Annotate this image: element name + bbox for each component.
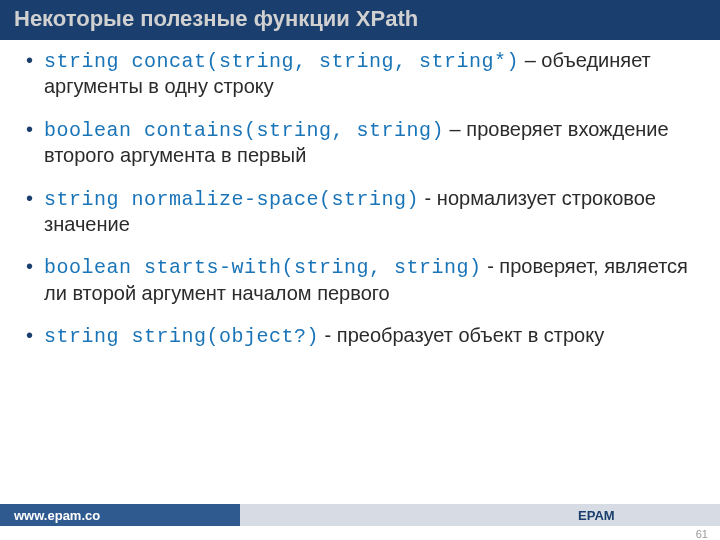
separator: - [482, 255, 500, 277]
bullet-list: string concat(string, string, string*) –… [22, 48, 698, 350]
code-signature: boolean contains(string, string) [44, 119, 444, 142]
slide-title: Некоторые полезные функции XPath [14, 6, 418, 32]
page-number: 61 [696, 528, 708, 540]
separator: - [419, 187, 437, 209]
content-area: string concat(string, string, string*) –… [0, 40, 720, 350]
separator: – [444, 118, 466, 140]
description: преобразует объект в строку [337, 324, 604, 346]
footer: www.epam.co EPAM [0, 504, 720, 526]
list-item: string concat(string, string, string*) –… [22, 48, 698, 99]
footer-spacer [240, 504, 570, 526]
separator: – [519, 49, 541, 71]
list-item: string normalize-space(string) - нормали… [22, 186, 698, 237]
code-signature: string normalize-space(string) [44, 188, 419, 211]
list-item: string string(object?) - преобразует объ… [22, 323, 698, 349]
code-signature: string concat(string, string, string*) [44, 50, 519, 73]
title-bar: Некоторые полезные функции XPath [0, 0, 720, 40]
code-signature: string string(object?) [44, 325, 319, 348]
footer-brand: EPAM [570, 504, 720, 526]
code-signature: boolean starts-with(string, string) [44, 256, 482, 279]
list-item: boolean starts-with(string, string) - пр… [22, 254, 698, 305]
separator: - [319, 324, 337, 346]
list-item: boolean contains(string, string) – прове… [22, 117, 698, 168]
footer-url: www.epam.co [0, 504, 240, 526]
